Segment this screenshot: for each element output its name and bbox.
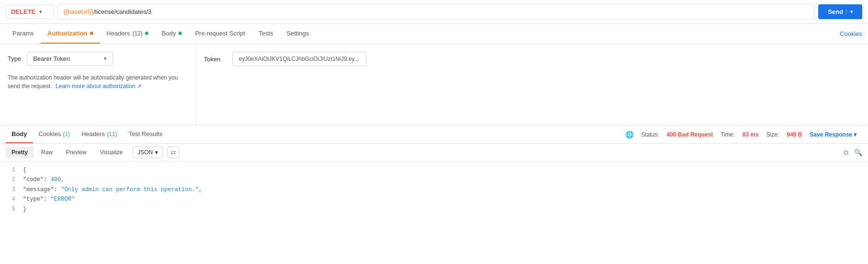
request-tabs-row: Params Authorization Headers (12) Body P… (0, 24, 868, 44)
copy-icon[interactable]: ⧉ (844, 149, 848, 157)
auth-right-panel: Token eyJ0eXAiOiJKV1QiLCJhbGciOiJIUzI1Ni… (196, 44, 868, 125)
time-label: Time: (721, 131, 735, 138)
request-tabs: Params Authorization Headers (12) Body P… (6, 24, 316, 44)
code-tabs-row: Pretty Raw Preview Visualize JSON ▾ ⇄ ⧉ … (0, 144, 868, 161)
response-tab-test-results[interactable]: Test Results (123, 126, 168, 143)
save-chevron-icon: ▾ (854, 131, 857, 138)
token-value: eyJ0eXAiOiJKV1QiLCJhbGciOiJIUzI1NiJ9.ey.… (239, 56, 359, 62)
method-chevron-icon: ▾ (39, 9, 42, 14)
learn-more-link[interactable]: Learn more about authorization ↗ (56, 83, 142, 90)
type-select-value: Bearer Token (33, 55, 70, 62)
code-line-4: 4 "type": "ERROR" (6, 195, 862, 204)
auth-desc-line1: The authorization header will be automat… (8, 74, 178, 81)
code-line-5: 5 } (6, 205, 862, 214)
tab-authorization[interactable]: Authorization (41, 24, 100, 44)
code-key-code: "code" (23, 176, 44, 183)
type-label: Type (8, 55, 21, 62)
headers-dot (145, 32, 148, 35)
send-button[interactable]: Send ▾ (818, 4, 862, 19)
size-label: Size: (767, 131, 779, 138)
url-base: {{baseUrl}} (64, 8, 93, 15)
code-val-type: "ERROR" (51, 196, 75, 203)
time-value: 83 ms (743, 131, 759, 138)
response-status-area: 🌐 Status: 400 Bad Request Time: 83 ms Si… (620, 131, 862, 138)
auth-desc-line2: send the request. (8, 83, 52, 90)
code-area: 1 { 2 "code": 400, 3 "message": "Only ad… (0, 161, 868, 264)
send-label: Send (828, 8, 843, 15)
type-chevron-icon: ▾ (104, 56, 107, 62)
code-key-message: "message" (23, 186, 54, 193)
wrap-icon[interactable]: ⇄ (167, 147, 179, 158)
globe-icon: 🌐 (625, 131, 634, 138)
auth-description: The authorization header will be automat… (8, 73, 188, 91)
token-row: Token eyJ0eXAiOiJKV1QiLCJhbGciOiJIUzI1Ni… (204, 52, 860, 66)
status-label: Status: (641, 131, 659, 138)
json-chevron-icon: ▾ (155, 149, 158, 156)
code-line-1: 1 { (6, 165, 862, 175)
authorization-dot (90, 32, 93, 35)
json-format-dropdown[interactable]: JSON ▾ (133, 147, 163, 158)
tab-pre-request[interactable]: Pre-request Script (189, 24, 252, 44)
json-format-label: JSON (138, 149, 153, 156)
code-key-type: "type" (23, 196, 44, 203)
tab-tests[interactable]: Tests (252, 24, 279, 44)
tab-settings[interactable]: Settings (280, 24, 316, 44)
send-chevron-icon: ▾ (846, 9, 853, 14)
url-bar[interactable]: {{baseUrl}}/license/candidates/3 (57, 4, 814, 20)
method-dropdown[interactable]: DELETE ▾ (6, 5, 54, 19)
size-value: 949 B (787, 131, 802, 138)
response-tab-cookies[interactable]: Cookies (1) (33, 126, 76, 143)
tab-params[interactable]: Params (6, 24, 41, 44)
top-bar: DELETE ▾ {{baseUrl}}/license/candidates/… (0, 0, 868, 24)
auth-content-area: Type Bearer Token ▾ The authorization he… (0, 44, 868, 126)
status-value: 400 Bad Request (667, 131, 713, 138)
code-line-3: 3 "message": "Only admin can perform thi… (6, 185, 862, 195)
code-line-2: 2 "code": 400, (6, 175, 862, 184)
response-tab-headers[interactable]: Headers (11) (76, 126, 122, 143)
url-path: /license/candidates/3 (93, 8, 151, 15)
save-response-label: Save Response (810, 131, 852, 138)
code-tab-raw[interactable]: Raw (35, 147, 58, 158)
search-icon[interactable]: 🔍 (854, 149, 862, 157)
token-label: Token (204, 56, 223, 63)
cookies-link[interactable]: Cookies (840, 24, 862, 43)
type-select-dropdown[interactable]: Bearer Token ▾ (27, 52, 113, 66)
code-val-message: "Only admin can perform this operation."… (61, 186, 202, 193)
response-section: Body Cookies (1) Headers (11) Test Resul… (0, 126, 868, 264)
response-tabs: Body Cookies (1) Headers (11) Test Resul… (6, 126, 168, 143)
auth-left-panel: Type Bearer Token ▾ The authorization he… (0, 44, 196, 125)
save-response-button[interactable]: Save Response ▾ (810, 131, 857, 138)
body-dot (178, 32, 182, 35)
token-input[interactable]: eyJ0eXAiOiJKV1QiLCJhbGciOiJIUzI1NiJ9.ey.… (233, 52, 367, 66)
type-row: Type Bearer Token ▾ (8, 52, 188, 66)
response-tabs-row: Body Cookies (1) Headers (11) Test Resul… (0, 126, 868, 144)
tab-body[interactable]: Body (155, 24, 189, 44)
code-tab-preview[interactable]: Preview (60, 147, 92, 158)
code-tab-visualize[interactable]: Visualize (94, 147, 129, 158)
code-val-code: 400, (51, 176, 65, 183)
tab-headers[interactable]: Headers (12) (100, 24, 155, 44)
method-label: DELETE (11, 8, 35, 15)
code-tab-pretty[interactable]: Pretty (6, 147, 33, 158)
response-tab-body[interactable]: Body (6, 126, 33, 143)
